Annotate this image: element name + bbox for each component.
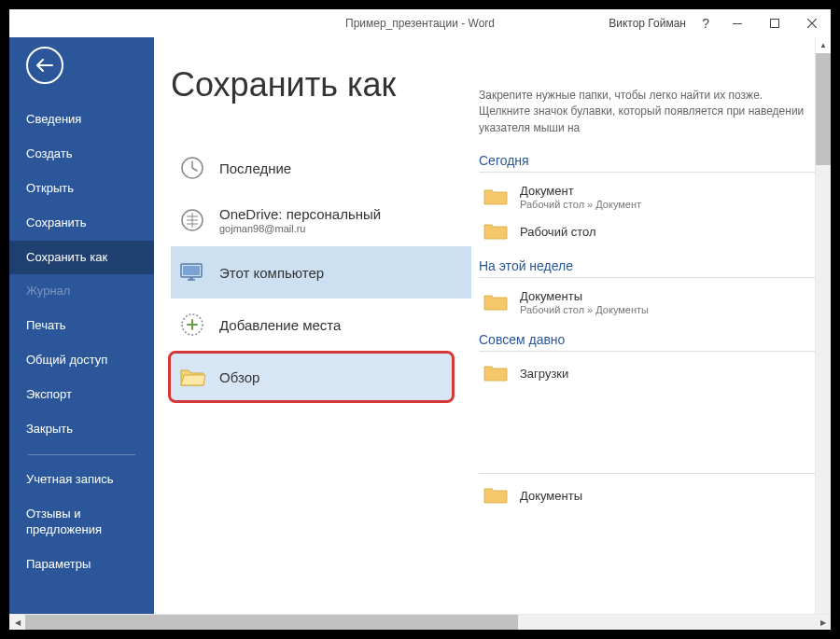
location-label: Добавление места: [219, 317, 341, 333]
nav-new[interactable]: Создать: [9, 137, 154, 172]
folder-item[interactable]: ДокументРабочий стол » Документ: [479, 178, 816, 215]
folder-path: Рабочий стол » Документы: [520, 304, 649, 315]
nav-open[interactable]: Открыть: [9, 172, 154, 206]
divider: [479, 277, 816, 278]
nav-info[interactable]: Сведения: [9, 103, 154, 137]
folder-name: Документ: [520, 184, 641, 198]
folder-name: Рабочий стол: [520, 225, 596, 239]
nav-saveas[interactable]: Сохранить как: [9, 241, 154, 275]
close-button[interactable]: [793, 9, 831, 37]
section-header: Совсем давно: [479, 332, 816, 347]
page-title: Сохранить как: [171, 65, 471, 104]
nav-save[interactable]: Сохранить: [9, 206, 154, 241]
folder-item[interactable]: Загрузки: [479, 357, 816, 389]
location-label: Обзор: [219, 369, 259, 385]
nav-separator: [28, 454, 135, 455]
section-header: На этой неделе: [479, 258, 816, 273]
folder-icon: [483, 292, 509, 313]
help-button[interactable]: ?: [702, 16, 709, 31]
titlebar: Пример_презентации - Word Виктор Гойман …: [9, 9, 831, 37]
window-buttons: [719, 9, 831, 37]
divider: [479, 172, 816, 173]
main-area: Сведения Создать Открыть Сохранить Сохра…: [9, 37, 831, 630]
folder-icon: [483, 221, 509, 242]
scroll-thumb[interactable]: [25, 615, 518, 630]
svg-rect-5: [183, 266, 200, 275]
svg-rect-1: [771, 20, 779, 28]
sidebar: Сведения Создать Открыть Сохранить Сохра…: [9, 37, 154, 630]
window-title: Пример_презентации - Word: [345, 17, 495, 30]
svg-rect-0: [733, 23, 742, 24]
plus-icon: [178, 311, 206, 339]
window: Пример_презентации - Word Виктор Гойман …: [9, 9, 831, 630]
user-name[interactable]: Виктор Гойман: [609, 17, 686, 30]
vertical-scrollbar[interactable]: ▲ ▼: [815, 37, 831, 630]
nav-print[interactable]: Печать: [9, 309, 154, 343]
clock-icon: [178, 154, 206, 182]
folder-icon: [178, 363, 206, 391]
pin-hint: Закрепите нужные папки, чтобы легко найт…: [479, 88, 816, 147]
scroll-right-icon[interactable]: ▶: [815, 618, 831, 627]
nav-share[interactable]: Общий доступ: [9, 343, 154, 378]
location-label: Последние: [219, 160, 291, 176]
divider: [479, 351, 816, 352]
folder-icon: [483, 485, 509, 506]
scroll-up-icon[interactable]: ▲: [816, 37, 831, 53]
location-sublabel: gojman98@mail.ru: [219, 223, 381, 234]
folder-item[interactable]: Документы: [479, 479, 816, 511]
nav-history: Журнал: [9, 274, 154, 309]
content: Сохранить как Последние OneDrive: персон…: [154, 37, 831, 630]
nav-feedback[interactable]: Отзывы и предложения: [9, 497, 154, 548]
location-onedrive[interactable]: OneDrive: персональный gojman98@mail.ru: [171, 194, 471, 246]
folder-name: Документы: [520, 289, 649, 303]
location-browse[interactable]: Обзор: [168, 351, 455, 403]
horizontal-scrollbar[interactable]: ◀ ▶: [9, 614, 831, 630]
location-label: Этот компьютер: [219, 265, 324, 281]
nav-close[interactable]: Закрыть: [9, 412, 154, 447]
cloud-icon: [178, 206, 206, 234]
folder-item[interactable]: Рабочий стол: [479, 215, 816, 247]
back-button[interactable]: [26, 47, 63, 84]
folder-icon: [483, 363, 509, 383]
nav-options[interactable]: Параметры: [9, 548, 154, 582]
folder-path: Рабочий стол » Документ: [520, 199, 641, 210]
scroll-left-icon[interactable]: ◀: [9, 618, 25, 627]
location-recent[interactable]: Последние: [171, 142, 471, 194]
folder-icon: [483, 187, 509, 207]
nav-account[interactable]: Учетная запись: [9, 463, 154, 497]
maximize-button[interactable]: [756, 9, 793, 37]
location-thispc[interactable]: Этот компьютер: [171, 246, 471, 299]
folder-name: Документы: [520, 489, 582, 503]
locations-column: Сохранить как Последние OneDrive: персон…: [154, 37, 471, 630]
section-header: Сегодня: [479, 153, 816, 168]
divider: [479, 473, 816, 474]
scroll-thumb[interactable]: [816, 53, 831, 165]
folder-item[interactable]: ДокументыРабочий стол » Документы: [479, 284, 816, 321]
folder-name: Загрузки: [520, 367, 568, 381]
computer-icon: [178, 258, 206, 286]
location-label: OneDrive: персональный: [219, 206, 381, 222]
minimize-button[interactable]: [719, 9, 756, 37]
recent-folders-column: Закрепите нужные папки, чтобы легко найт…: [471, 37, 831, 630]
location-addplace[interactable]: Добавление места: [171, 299, 471, 351]
nav-export[interactable]: Экспорт: [9, 378, 154, 412]
